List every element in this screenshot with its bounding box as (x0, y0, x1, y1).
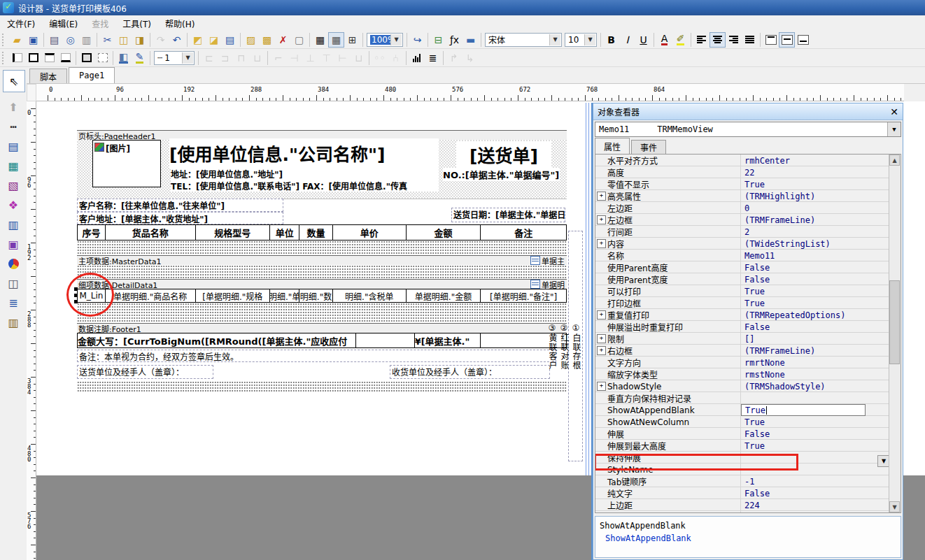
object-selector[interactable]: Memo11 TRMMemoView ▼ (595, 122, 901, 137)
toolbar-delete-page-button[interactable]: ✗ (275, 32, 291, 48)
property-value[interactable]: 22 (741, 166, 890, 178)
toolbar-bring-front-button[interactable]: ◩ (190, 32, 206, 48)
toolbar-valign-top-button[interactable] (763, 32, 779, 48)
scroll-down-icon[interactable]: ▼ (889, 501, 900, 512)
tab-page1[interactable]: Page1 (69, 67, 115, 83)
property-row[interactable]: 伸展到最大高度True (595, 440, 890, 452)
toolbar-exit-button[interactable]: ↪ (409, 32, 425, 48)
property-row[interactable]: 左边框+(TRMFrameLine) (595, 214, 890, 226)
tel-fax-memo[interactable]: TEL：[使用单位信息."联系电话"] FAX：[使用单位信息."传真 (171, 180, 439, 192)
toolbar-highlight-button[interactable]: ✐ (672, 32, 689, 48)
property-value[interactable]: (TRMFrameLine) (741, 511, 890, 513)
property-value[interactable]: 2 (741, 226, 890, 238)
subreport-tool[interactable]: ▣ (3, 235, 24, 253)
toolbar-valign-middle-button[interactable] (779, 32, 795, 48)
property-row[interactable]: 上边框+(TRMFrameLine) (595, 511, 890, 513)
amount-yen-cell[interactable]: ¥[单据主体." (415, 333, 481, 347)
menu-help[interactable]: 帮助(H) (158, 16, 202, 31)
expand-icon[interactable]: + (597, 192, 606, 201)
toolbar-cut-button[interactable]: ✂ (99, 32, 115, 48)
scrollbar[interactable]: ▲ ▼ (889, 155, 901, 512)
property-value[interactable]: False (741, 273, 890, 285)
pointer-tool[interactable]: ⇖ (3, 70, 25, 92)
band-masterdata[interactable]: 主项数据:MasterData1 单据主 (77, 255, 567, 265)
picture-tool[interactable]: ▧ (3, 176, 24, 194)
amount-empty-cell[interactable] (356, 333, 415, 347)
toolbar-dialog-form-button[interactable]: ▬ (462, 32, 479, 48)
property-row[interactable]: 重复值打印+(TRMRepeatedOptions) (595, 309, 890, 321)
property-row[interactable]: 缩放字体类型rmstNone (595, 368, 890, 380)
band-footer[interactable]: 数据注脚:Footer1 (77, 323, 567, 333)
detail-data-row[interactable]: M_Lin单据明细."商品名称[单据明细."规格明细."单据明细."数量明细."… (77, 289, 567, 303)
barcode-tool[interactable]: ▥ (3, 313, 24, 331)
toolbar-send-back-button[interactable]: ◪ (206, 32, 222, 48)
scroll-up-icon[interactable]: ▲ (889, 155, 900, 166)
toolbar-undo-button[interactable]: ↶ (169, 32, 185, 48)
richtext-tool[interactable]: ▥ (3, 215, 24, 234)
property-value[interactable]: -1 (741, 475, 890, 487)
property-grid[interactable]: 水平对齐方式rmhCenter高度22零值不显示True高亮属性+(TRMHig… (595, 154, 901, 513)
property-value[interactable]: rmhCenter (741, 155, 890, 166)
property-row[interactable]: 垂直方向保持相对记录 (595, 392, 890, 404)
toolbar-zoom-select[interactable]: 100%▼ (367, 33, 403, 47)
toolbar-page-setup-button[interactable]: ▥ (78, 32, 94, 48)
scroll-thumb[interactable] (889, 280, 900, 364)
header-cell[interactable]: 货品名称 (106, 225, 196, 240)
shape-tool[interactable]: ❖ (3, 196, 24, 214)
toolbar-fx-button[interactable]: ƒx (446, 32, 462, 48)
toolbar-font-color-button[interactable]: A (656, 32, 672, 48)
toolbar-frame-top-button[interactable] (41, 50, 57, 66)
property-value[interactable]: False (741, 487, 890, 499)
header-cell[interactable]: 规格型号 (196, 225, 271, 240)
menu-edit[interactable]: 编辑(E) (42, 16, 85, 31)
property-row[interactable]: 内容+(TWideStringList) (595, 238, 890, 250)
amount-row[interactable]: 金额大写：[CurrToBigNum([RMRound([单据主体."应收应付¥… (77, 333, 567, 348)
customer-name-memo[interactable]: 客户名称：[往来单位信息."往来单位"] (77, 199, 283, 212)
picture-placeholder[interactable]: [图片] (92, 140, 161, 187)
toolbar-underline-button[interactable]: U (635, 32, 651, 48)
detail-cell[interactable]: 单据明细."金额 (407, 289, 481, 302)
inspector-tab-事件[interactable]: 事件 (631, 140, 666, 154)
property-value[interactable]: rmstNone (741, 368, 890, 380)
toolbar-fill-color-button[interactable]: ◧ (115, 50, 132, 66)
close-icon[interactable]: ✕ (890, 106, 898, 117)
toolbar-line-width-select[interactable]: ┄1▼ (154, 51, 195, 65)
title-bar[interactable]: 设计器 - 送货单打印模板406 (0, 0, 925, 15)
toolbar-print-preview-button[interactable]: ◎ (62, 32, 78, 48)
toolbar-font-name-select[interactable]: 宋体▼ (485, 33, 562, 47)
property-row[interactable]: 名称Memo11 (595, 250, 890, 261)
detail-cell[interactable]: 明细."单 (270, 289, 299, 302)
property-row[interactable]: 伸展False (595, 428, 890, 440)
detail-cell[interactable]: 据明细."数量 (299, 289, 333, 302)
property-row[interactable]: ShadowStyle+(TRMShadowStyle) (595, 380, 890, 392)
property-row[interactable]: 使用Parent高度False (595, 261, 890, 273)
chevron-down-icon[interactable]: ▼ (584, 34, 595, 45)
sender-sign-memo[interactable]: 送货单位及经手人（盖章）： (77, 365, 213, 379)
toolbar-bold-button[interactable]: B (603, 32, 619, 48)
toolbar-align-center-button[interactable] (709, 32, 726, 48)
property-value[interactable]: (TRMHighlight) (741, 190, 890, 202)
expand-icon[interactable]: + (597, 382, 606, 391)
property-value[interactable]: 0 (741, 202, 890, 214)
property-value[interactable]: True (741, 285, 890, 297)
ole-tool[interactable]: ◫ (3, 274, 24, 292)
delivery-date-memo[interactable]: 送货日期：[单据主体."单据日 (451, 208, 565, 222)
property-value[interactable]: (TRMFrameLine) (741, 345, 890, 357)
property-value[interactable]: True (741, 416, 890, 428)
expand-icon[interactable]: + (597, 215, 606, 224)
header-cell[interactable]: 序号 (78, 225, 106, 240)
toolbar-italic-button[interactable]: I (619, 32, 635, 48)
header-cell[interactable]: 金额 (407, 225, 481, 240)
toolbar-frame-bottom-button[interactable] (57, 50, 73, 66)
detail-cell[interactable]: 明细."含税单 (333, 289, 407, 302)
property-value[interactable]: True (741, 404, 866, 416)
customer-addr-memo[interactable]: 客户地址：[单据主体."收货地址"] (77, 212, 283, 224)
receiver-sign-memo[interactable]: 收货单位及经手人（盖章）： (390, 365, 550, 379)
property-row[interactable]: 右边框+(TRMFrameLine) (595, 345, 890, 357)
toolbar-frame-left-button[interactable] (9, 50, 25, 66)
toolbar-align-justify-button[interactable] (742, 32, 758, 48)
property-row[interactable]: 上边距224 (595, 499, 890, 511)
toolbar-print-button[interactable]: ▤ (46, 32, 62, 48)
toolbar-frame-none-button[interactable] (94, 50, 111, 66)
property-value[interactable] (741, 392, 890, 404)
